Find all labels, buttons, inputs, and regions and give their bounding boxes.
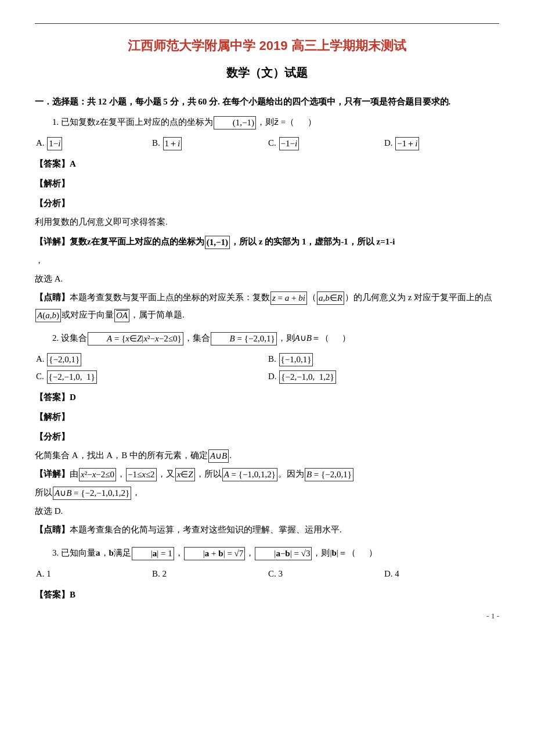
q2-optC: C. {−2,−1,0, 1}: [35, 368, 267, 385]
top-line: [35, 23, 499, 24]
q3-optB: B. 2: [151, 565, 267, 582]
q2-answer: 【答案】D: [35, 388, 499, 406]
q2-optD: D. {−2,−1,0, 1,2}: [267, 368, 499, 385]
q2-fenxi-text: 化简集合 A，找出 A，B 中的所有元素，确定A∪B.: [35, 447, 499, 464]
q3-optD: D. 4: [383, 565, 499, 582]
q2-guduan: 故选 D.: [35, 502, 499, 520]
q2-optB: B. {−1,0,1}: [267, 350, 499, 368]
sub-title: 数学（文）试题: [35, 62, 499, 83]
q2-analysis-label: 【解析】: [35, 408, 499, 426]
q2-fenxi-label: 【分析】: [35, 428, 499, 445]
page-number: - 1 -: [35, 609, 499, 622]
q2-options: A. {−2,0,1} B. {−1,0,1} C. {−2,−1,0, 1} …: [35, 350, 499, 385]
q3-optC: C. 3: [267, 565, 383, 582]
q1-answer: 【答案】A: [35, 155, 499, 172]
q1-dianqing: 【点睛】本题考查复数与复平面上点的坐标的对应关系：复数z = a + bi（a,…: [35, 289, 499, 323]
q3-answer: 【答案】B: [35, 586, 499, 603]
q3-optA: A. 1: [35, 565, 151, 582]
q1-coord: (1,−1): [214, 116, 256, 129]
q2-dianqing: 【点睛】本题考查集合的化简与运算，考查对这些知识的理解、掌握、运用水平.: [35, 521, 499, 538]
q2-detail: 【详解】由x²−x−2≤0，−1≤x≤2，又x∈Z，所以A = {−1,0,1,…: [35, 465, 499, 483]
q2-detail2: 所以A∪B = {−2,−1,0,1,2}，: [35, 484, 499, 501]
q1-text: 1. 已知复数z在复平面上对应的点的坐标为(1,−1)，则z̄ =（ ）: [35, 113, 499, 131]
q1-optB: B. 1＋i: [151, 134, 267, 152]
question-3: 3. 已知向量a，b满足|a| = 1，|a + b| = √7，|a−b| =…: [35, 544, 499, 603]
q1-z: z: [96, 117, 100, 127]
q1-optA: A. 1−i: [35, 134, 151, 152]
question-1: 1. 已知复数z在复平面上对应的点的坐标为(1,−1)，则z̄ =（ ） A. …: [35, 113, 499, 323]
q1-fenxi-label: 【分析】: [35, 195, 499, 212]
q2-text: 2. 设集合A = {x∈Z|x²−x−2≤0}，集合B = {−2,0,1}，…: [35, 329, 499, 347]
section1-header: 一．选择题：共 12 小题，每小题 5 分，共 60 分. 在每个小题给出的四个…: [35, 93, 499, 110]
q1-options: A. 1−i B. 1＋i C. −1−i D. −1＋i: [35, 134, 499, 152]
q1-optC: C. −1−i: [267, 134, 383, 152]
q2-optA: A. {−2,0,1}: [35, 350, 267, 368]
q3-options: A. 1 B. 2 C. 3 D. 4: [35, 565, 499, 582]
q1-detail-comma: ，: [35, 251, 499, 269]
q3-text: 3. 已知向量a，b满足|a| = 1，|a + b| = √7，|a−b| =…: [35, 544, 499, 561]
q1-guduan: 故选 A.: [35, 270, 499, 287]
question-2: 2. 设集合A = {x∈Z|x²−x−2≤0}，集合B = {−2,0,1}，…: [35, 329, 499, 538]
q1-optD: D. −1＋i: [383, 134, 499, 152]
main-title: 江西师范大学附属中学 2019 高三上学期期末测试: [35, 34, 499, 57]
q1-detail-label: 【详解】复数z在复平面上对应的点的坐标为(1,−1)，所以 z 的实部为 1，虚…: [35, 233, 499, 250]
q1-fenxi-text: 利用复数的几何意义即可求得答案.: [35, 213, 499, 231]
q1-analysis-label: 【解析】: [35, 175, 499, 192]
